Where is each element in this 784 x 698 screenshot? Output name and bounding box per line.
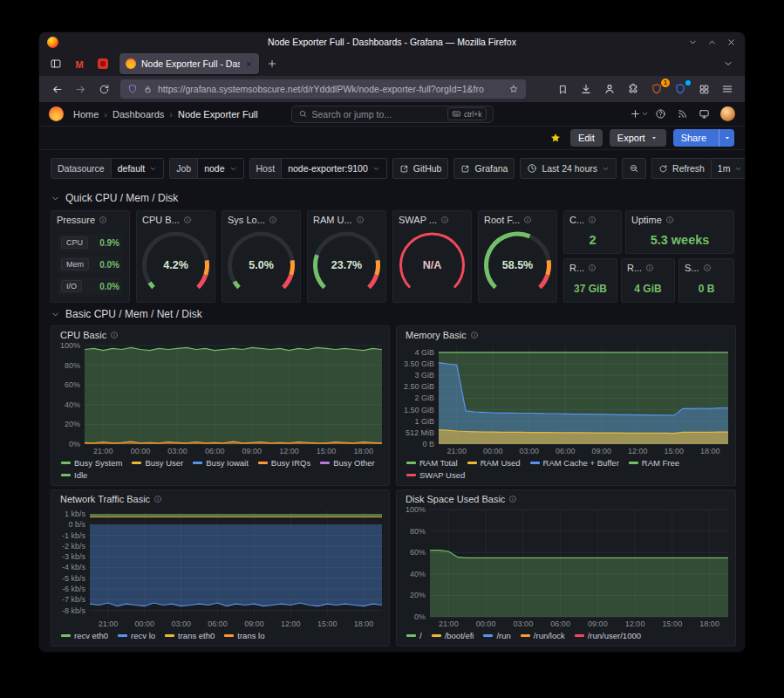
extensions-button[interactable] bbox=[622, 79, 644, 99]
panel-ram-total-stat[interactable]: R... 4 GiB bbox=[621, 258, 675, 303]
legend-item[interactable]: Busy IRQs bbox=[258, 457, 310, 469]
panel-pressure[interactable]: Pressure CPU0.9% Mem0.0% I/O0.0% bbox=[51, 210, 130, 303]
share-caret-button[interactable] bbox=[719, 129, 734, 147]
legend-item[interactable]: /run/lock bbox=[521, 630, 565, 641]
user-avatar[interactable] bbox=[720, 106, 735, 121]
chart-canvas[interactable]: 1 kb/s0 b/s-1 kb/s-2 kb/s-3 kb/s-4 kb/s-… bbox=[55, 506, 385, 629]
info-icon[interactable] bbox=[269, 216, 277, 224]
info-icon[interactable] bbox=[588, 216, 597, 224]
info-icon[interactable] bbox=[99, 216, 107, 224]
info-icon[interactable] bbox=[110, 331, 119, 339]
chart-canvas[interactable]: 100%80%60%40%20%0%21:0000:0003:0006:0009… bbox=[400, 506, 732, 629]
legend-item[interactable]: /boot/efi bbox=[432, 630, 474, 641]
legend-item[interactable]: Busy Iowait bbox=[193, 457, 249, 469]
legend-item[interactable]: /run bbox=[483, 630, 510, 641]
display-button[interactable] bbox=[694, 104, 714, 124]
legend-item[interactable]: / bbox=[406, 630, 422, 641]
section-quick-toggle[interactable]: Quick CPU / Mem / Disk bbox=[51, 191, 178, 205]
panel-memory-basic[interactable]: Memory Basic 4 GiB3.50 GiB3 GiB2.50 GiB2… bbox=[396, 325, 736, 486]
panel-rootfs-used-gauge[interactable]: Root F... 58.5% bbox=[478, 210, 557, 303]
window-close-button[interactable] bbox=[725, 36, 737, 48]
panel-sys-load-gauge[interactable]: Sys Lo... 5.0% bbox=[222, 210, 301, 303]
panel-cpu-cores-stat[interactable]: C... 2 bbox=[563, 210, 622, 254]
info-icon[interactable] bbox=[470, 331, 479, 339]
info-icon[interactable] bbox=[508, 495, 517, 503]
share-button[interactable]: Share bbox=[673, 129, 734, 147]
info-icon[interactable] bbox=[523, 216, 532, 224]
menu-button[interactable] bbox=[716, 79, 739, 99]
chart-canvas[interactable]: 4 GiB3.50 GiB3 GiB2.50 GiB2 GiB1.50 GiB1… bbox=[400, 342, 732, 456]
news-button[interactable] bbox=[672, 104, 692, 124]
legend-item[interactable]: Busy Other bbox=[320, 457, 375, 469]
url-text[interactable]: https://grafana.systemsobscure.net/d/rYd… bbox=[158, 84, 503, 94]
info-icon[interactable] bbox=[356, 216, 365, 224]
back-button[interactable] bbox=[45, 79, 68, 99]
host-picker[interactable]: Host node-exporter:9100 bbox=[249, 158, 387, 179]
legend-item[interactable]: SWAP Used bbox=[406, 469, 465, 481]
legend-item[interactable]: /run/user/1000 bbox=[575, 630, 641, 641]
new-tab-button[interactable] bbox=[262, 54, 283, 73]
containers-extension-button[interactable] bbox=[692, 79, 715, 99]
info-icon[interactable] bbox=[645, 263, 654, 272]
panel-swap-total-stat[interactable]: S... 0 B bbox=[678, 258, 734, 303]
firefox-view-button[interactable] bbox=[45, 54, 66, 73]
panel-rootfs-total-stat[interactable]: R... 37 GiB bbox=[563, 258, 617, 303]
github-link-button[interactable]: GitHub bbox=[392, 158, 449, 179]
password-extension-button[interactable] bbox=[669, 79, 692, 99]
favorite-star-button[interactable] bbox=[549, 132, 562, 144]
info-icon[interactable] bbox=[703, 263, 712, 272]
legend-item[interactable]: RAM Used bbox=[467, 457, 521, 469]
info-icon[interactable] bbox=[183, 216, 192, 224]
legend-item[interactable]: recv eth0 bbox=[61, 630, 108, 641]
pocket-button[interactable] bbox=[551, 79, 574, 99]
panel-cpu-busy-gauge[interactable]: CPU B... 4.2% bbox=[136, 210, 215, 303]
help-button[interactable] bbox=[651, 104, 671, 124]
pinned-tab-gmail[interactable] bbox=[69, 54, 90, 73]
panel-ram-used-gauge[interactable]: RAM U... 23.7% bbox=[307, 210, 386, 303]
datasource-picker[interactable]: Datasource default bbox=[51, 158, 164, 179]
info-icon[interactable] bbox=[440, 216, 449, 224]
info-icon[interactable] bbox=[665, 216, 674, 224]
pinned-tab-app[interactable] bbox=[92, 54, 113, 73]
panel-uptime-stat[interactable]: Uptime 5.3 weeks bbox=[625, 210, 734, 254]
panel-disk-space-basic[interactable]: Disk Space Used Basic 100%80%60%40%20%0%… bbox=[396, 489, 736, 647]
adblocker-extension-button[interactable]: 1 bbox=[645, 79, 668, 99]
forward-button[interactable] bbox=[69, 79, 92, 99]
chart-canvas[interactable]: 100%80%60%40%20%0%21:0000:0003:0006:0009… bbox=[55, 342, 385, 456]
edit-button[interactable]: Edit bbox=[570, 129, 603, 147]
bookmark-star-icon[interactable] bbox=[508, 84, 519, 94]
downloads-button[interactable] bbox=[575, 79, 597, 99]
window-maximize-button[interactable] bbox=[706, 36, 718, 48]
zoom-out-button[interactable] bbox=[622, 158, 646, 179]
window-minimize-button[interactable] bbox=[686, 36, 699, 48]
section-basic-toggle[interactable]: Basic CPU / Mem / Net / Disk bbox=[51, 307, 202, 321]
legend-item[interactable]: RAM Free bbox=[629, 457, 679, 469]
breadcrumb-home[interactable]: Home bbox=[73, 109, 99, 120]
tab-close-button[interactable] bbox=[245, 60, 253, 68]
dashboard-search-input[interactable]: Search or jump to... ctrl+k bbox=[291, 106, 494, 123]
grafana-logo-icon[interactable] bbox=[49, 106, 64, 121]
refresh-interval-picker[interactable]: 1m bbox=[711, 158, 745, 179]
legend-item[interactable]: RAM Total bbox=[406, 457, 458, 469]
panel-swap-used-gauge[interactable]: SWAP ... N/A bbox=[392, 210, 472, 303]
legend-item[interactable]: Idle bbox=[61, 469, 87, 481]
refresh-button[interactable]: Refresh bbox=[651, 158, 711, 179]
grafana-link-button[interactable]: Grafana bbox=[453, 158, 515, 179]
legend-item[interactable]: Busy System bbox=[61, 457, 122, 469]
legend-item[interactable]: trans eth0 bbox=[165, 630, 215, 641]
legend-item[interactable]: RAM Cache + Buffer bbox=[530, 457, 619, 469]
add-button[interactable] bbox=[629, 104, 649, 124]
info-icon[interactable] bbox=[588, 263, 597, 272]
lock-icon[interactable] bbox=[143, 85, 153, 94]
export-button[interactable]: Export bbox=[610, 129, 666, 147]
legend-item[interactable]: Busy User bbox=[132, 457, 183, 469]
panel-cpu-basic[interactable]: CPU Basic 100%80%60%40%20%0%21:0000:0003… bbox=[51, 325, 390, 486]
list-tabs-button[interactable] bbox=[718, 54, 739, 73]
reload-button[interactable] bbox=[92, 79, 115, 99]
job-picker[interactable]: Job node bbox=[169, 158, 243, 179]
tracking-shield-icon[interactable] bbox=[127, 84, 138, 94]
browser-tab-active[interactable]: Node Exporter Full - Dashbo bbox=[119, 53, 259, 74]
breadcrumb-dashboards[interactable]: Dashboards bbox=[112, 109, 164, 120]
panel-network-traffic-basic[interactable]: Network Traffic Basic 1 kb/s0 b/s-1 kb/s… bbox=[51, 489, 390, 647]
legend-item[interactable]: trans lo bbox=[224, 630, 264, 641]
